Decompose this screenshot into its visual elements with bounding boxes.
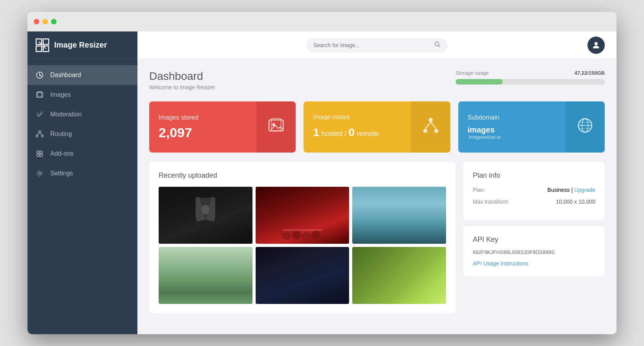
image-thumb-1[interactable] bbox=[159, 187, 252, 244]
routes-remote-label: remote bbox=[357, 130, 379, 138]
svg-line-4 bbox=[39, 42, 46, 49]
sidebar-nav: Dashboard Images bbox=[27, 59, 137, 334]
sidebar-item-settings[interactable]: Settings bbox=[27, 164, 137, 183]
api-key-card: API Key 892F9KJFHS88L9383JDF9DS899S API … bbox=[463, 226, 605, 276]
storage-section: Storage usage 47.22/150GB bbox=[456, 70, 605, 85]
sidebar-logo: Image Resizer bbox=[27, 31, 137, 59]
svg-point-39 bbox=[282, 232, 291, 240]
plan-info-title: Plan info bbox=[473, 171, 595, 180]
upgrade-link[interactable]: Upgrade bbox=[574, 187, 595, 193]
svg-rect-15 bbox=[40, 151, 42, 153]
api-usage-link[interactable]: API Usage instructions bbox=[473, 260, 529, 267]
svg-line-12 bbox=[37, 133, 40, 135]
max-transform-row: Max transform: 10,000 x 10,000 bbox=[473, 199, 595, 205]
sidebar-label-dashboard: Dashboard bbox=[50, 72, 81, 79]
image-thumb-3[interactable] bbox=[352, 187, 446, 244]
stats-row: Images stored 2,097 bbox=[149, 101, 605, 153]
api-key-title: API Key bbox=[473, 236, 595, 244]
content-area: Dashboard Welcome to Image Resizer Stora… bbox=[137, 59, 617, 334]
svg-point-18 bbox=[38, 172, 41, 175]
sidebar-item-images[interactable]: Images bbox=[27, 85, 137, 105]
routes-stat-icon bbox=[422, 117, 439, 138]
stat-card-subdomain: Subdomain images .imageresizer.io bbox=[458, 101, 605, 153]
logo-icon bbox=[35, 38, 49, 52]
maximize-button[interactable] bbox=[51, 19, 57, 24]
svg-point-9 bbox=[39, 131, 41, 133]
settings-icon bbox=[35, 169, 44, 178]
svg-point-25 bbox=[429, 118, 433, 122]
svg-point-21 bbox=[595, 42, 598, 45]
search-icon bbox=[434, 41, 441, 49]
svg-point-11 bbox=[42, 135, 44, 137]
api-key-value: 892F9KJFHS88L9383JDF9DS899S bbox=[473, 249, 595, 255]
stat-right-subdomain bbox=[565, 101, 605, 153]
subdomain-url: .imageresizer.io bbox=[468, 134, 556, 140]
svg-line-29 bbox=[431, 122, 436, 129]
max-transform-value: 10,000 x 10,000 bbox=[556, 199, 595, 205]
sidebar-label-settings: Settings bbox=[50, 170, 73, 177]
bottom-row: Recently uploaded bbox=[149, 162, 605, 313]
stat-label-routes: Image routes bbox=[313, 114, 401, 121]
titlebar bbox=[27, 12, 617, 31]
sidebar-item-moderation[interactable]: Moderation bbox=[27, 105, 137, 124]
stat-value-images: 2,097 bbox=[159, 125, 247, 140]
sidebar-label-images: Images bbox=[50, 91, 71, 98]
plan-value-text: Business bbox=[547, 187, 570, 193]
sidebar: Image Resizer Dashboard bbox=[27, 31, 137, 334]
sidebar-item-routing[interactable]: Routing bbox=[27, 124, 137, 144]
storage-label: Storage usage bbox=[456, 70, 489, 76]
stat-right-routes bbox=[411, 101, 450, 153]
stat-value-routes: 1 hosted / 0 remote bbox=[313, 125, 401, 140]
stat-card-routes: Image routes 1 hosted / 0 remote bbox=[304, 101, 450, 153]
page-title: Dashboard bbox=[149, 70, 215, 83]
recently-uploaded-title: Recently uploaded bbox=[159, 171, 446, 180]
images-icon bbox=[35, 90, 44, 99]
routes-hosted-count: 1 bbox=[313, 126, 319, 138]
plan-value: Business | Upgrade bbox=[547, 187, 595, 193]
page-header: Dashboard Welcome to Image Resizer Stora… bbox=[149, 70, 605, 90]
storage-fill bbox=[456, 79, 503, 85]
plan-row: Plan: Business | Upgrade bbox=[473, 187, 595, 193]
traffic-lights bbox=[34, 19, 57, 24]
routes-hosted-label: hosted / bbox=[321, 130, 348, 138]
svg-line-20 bbox=[439, 45, 440, 47]
routes-remote-count: 0 bbox=[349, 126, 355, 138]
app-name: Image Resizer bbox=[54, 40, 107, 50]
svg-point-27 bbox=[434, 129, 438, 133]
close-button[interactable] bbox=[34, 19, 39, 24]
stat-left-routes: Image routes 1 hosted / 0 remote bbox=[304, 101, 411, 153]
minimize-button[interactable] bbox=[42, 19, 48, 24]
svg-line-28 bbox=[425, 122, 431, 129]
stat-left-subdomain: Subdomain images .imageresizer.io bbox=[458, 101, 565, 153]
svg-point-38 bbox=[201, 205, 209, 214]
search-input[interactable] bbox=[313, 42, 430, 48]
routing-icon bbox=[35, 130, 44, 138]
svg-point-10 bbox=[36, 135, 38, 137]
storage-bar bbox=[456, 79, 605, 85]
addons-icon bbox=[35, 149, 44, 158]
image-thumb-4[interactable] bbox=[159, 247, 252, 304]
svg-point-42 bbox=[311, 231, 321, 239]
image-thumb-5[interactable] bbox=[256, 247, 349, 304]
subdomain-name: images bbox=[468, 125, 556, 134]
image-stat-icon bbox=[267, 117, 285, 138]
sidebar-label-moderation: Moderation bbox=[50, 111, 82, 118]
sidebar-item-dashboard[interactable]: Dashboard bbox=[27, 65, 137, 85]
header bbox=[137, 31, 617, 59]
svg-rect-1 bbox=[43, 39, 49, 44]
image-thumb-6[interactable] bbox=[352, 247, 446, 304]
main-area: Dashboard Welcome to Image Resizer Stora… bbox=[137, 31, 617, 334]
page-subtitle: Welcome to Image Resizer bbox=[149, 84, 215, 90]
search-bar[interactable] bbox=[306, 38, 448, 52]
stat-card-images-stored: Images stored 2,097 bbox=[149, 101, 296, 153]
moderation-icon bbox=[35, 110, 44, 119]
svg-rect-16 bbox=[37, 154, 39, 156]
image-grid bbox=[159, 187, 446, 304]
max-transform-label: Max transform: bbox=[473, 199, 509, 205]
side-panel: Plan info Plan: Business | Upgrade bbox=[463, 162, 605, 313]
user-avatar[interactable] bbox=[587, 37, 605, 54]
svg-point-19 bbox=[435, 42, 439, 46]
svg-point-6 bbox=[39, 75, 40, 76]
sidebar-item-addons[interactable]: Add-ons bbox=[27, 144, 137, 164]
image-thumb-2[interactable] bbox=[256, 187, 349, 244]
